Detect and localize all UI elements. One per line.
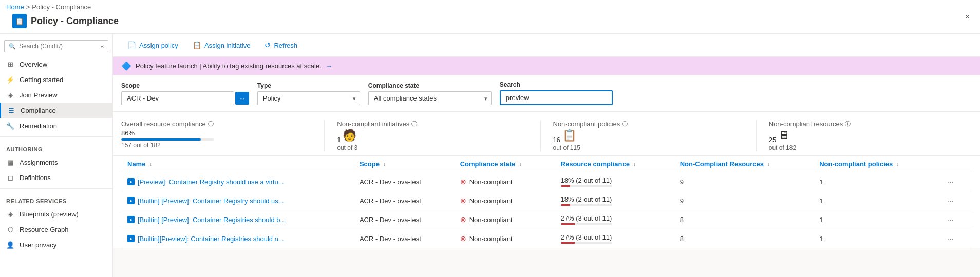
row-ellipsis-button-0[interactable]: ··· (945, 176, 957, 187)
table-row: ● [Builtin][Preview]: Container Registri… (121, 229, 972, 248)
status-error-icon-2: ⊗ (460, 215, 466, 224)
search-filter-input[interactable] (500, 90, 613, 105)
row-link-0[interactable]: ● [Preview]: Container Registry should u… (127, 178, 347, 186)
search-filter-label: Search (500, 81, 613, 88)
cell-ncr-3: 8 (674, 229, 813, 248)
filters-row: Scope ··· Type Policy Initiative (113, 75, 980, 112)
compliance-fill-3 (561, 242, 575, 244)
col-non-compliant-resources[interactable]: Non-Compliant Resources ↕ (674, 156, 813, 172)
compliance-filter: Compliance state All compliance states C… (368, 82, 492, 105)
overview-icon: ⊞ (6, 60, 14, 68)
assign-initiative-button[interactable]: 📋 Assign initiative (186, 38, 257, 52)
initiatives-label: Non-compliant initiatives ⓘ (337, 120, 527, 128)
nav-join-preview[interactable]: ◈ Join Preview (0, 87, 112, 103)
cell-ncr-0: 9 (674, 172, 813, 191)
policies-info-icon[interactable]: ⓘ (622, 120, 628, 128)
cell-scope-1: ACR - Dev - ova-test (353, 191, 454, 210)
remediation-icon: 🔧 (6, 122, 14, 130)
search-icon: 🔍 (9, 43, 16, 50)
promo-banner: 🔷 Policy feature launch | Ability to tag… (113, 57, 980, 75)
refresh-button[interactable]: ↺ Refresh (258, 38, 304, 52)
initiatives-sub: out of 3 (337, 144, 527, 151)
overall-progress-bar (121, 138, 214, 141)
col-non-compliant-policies[interactable]: Non-compliant policies ↕ (813, 156, 938, 172)
nav-resource-graph-label: Resource Graph (20, 226, 68, 233)
col-resource-compliance[interactable]: Resource compliance ↕ (555, 156, 674, 172)
nav-assignments-label: Assignments (20, 159, 58, 166)
cell-ncp-3: 1 (813, 229, 938, 248)
row-ellipsis-button-3[interactable]: ··· (945, 233, 957, 244)
compliance-bar-0 (561, 185, 612, 187)
cell-name-1: ● [Builtin] [Preview]: Container Registr… (121, 191, 353, 210)
resources-icon: 🖥 (778, 130, 789, 141)
cell-name-0: ● [Preview]: Container Registry should u… (121, 172, 353, 191)
breadcrumb-home[interactable]: Home (6, 3, 24, 11)
page-icon: 📋 (12, 14, 27, 28)
user-privacy-icon: 👤 (6, 241, 14, 249)
status-error-icon-0: ⊗ (460, 177, 466, 186)
cell-ellipsis-1: ··· (938, 191, 972, 210)
type-select[interactable]: Policy Initiative (257, 91, 360, 105)
nav-getting-started[interactable]: ⚡ Getting started (0, 72, 112, 87)
row-link-1[interactable]: ● [Builtin] [Preview]: Container Registr… (127, 197, 347, 205)
row-ellipsis-button-2[interactable]: ··· (945, 214, 957, 225)
overall-value: 86% (121, 130, 312, 136)
nav-definitions[interactable]: ◻ Definitions (0, 170, 112, 185)
nav-remediation[interactable]: 🔧 Remediation (0, 118, 112, 133)
table-header: Name ↕ Scope ↕ Compliance state ↕ (121, 156, 972, 172)
overall-info-icon[interactable]: ⓘ (208, 120, 214, 128)
col-scope[interactable]: Scope ↕ (353, 156, 454, 172)
page-title: Policy - Compliance (31, 16, 119, 27)
compliance-select[interactable]: All compliance states Compliant Non-comp… (368, 91, 492, 105)
policy-icon: 📋 (15, 17, 24, 25)
cell-ellipsis-2: ··· (938, 210, 972, 229)
cell-ncr-1: 9 (674, 191, 813, 210)
nav-overview[interactable]: ⊞ Overview (0, 56, 112, 72)
initiatives-icon: 🧑 (343, 130, 356, 141)
assign-policy-button[interactable]: 📄 Assign policy (121, 38, 184, 52)
nav-resource-graph[interactable]: ⬡ Resource Graph (0, 222, 112, 237)
sidebar: 🔍 « ⊞ Overview ⚡ Getting started ◈ Join … (0, 34, 113, 277)
scope-input[interactable] (121, 91, 234, 105)
resources-label: Non-compliant resources ⓘ (769, 120, 959, 128)
col-compliance-state[interactable]: Compliance state ↕ (454, 156, 555, 172)
nav-user-privacy[interactable]: 👤 User privacy (0, 237, 112, 252)
scope-input-wrap: ··· (121, 91, 249, 105)
getting-started-icon: ⚡ (6, 75, 14, 84)
policies-sub: out of 115 (553, 144, 744, 151)
nav-assignments[interactable]: ▦ Assignments (0, 154, 112, 170)
scope-dots-button[interactable]: ··· (235, 92, 249, 105)
row-icon-3: ● (127, 235, 135, 242)
nav-blueprints[interactable]: ◈ Blueprints (preview) (0, 206, 112, 222)
nav-compliance-label: Compliance (21, 107, 56, 114)
row-ellipsis-button-1[interactable]: ··· (945, 195, 957, 206)
refresh-icon: ↺ (265, 41, 271, 49)
assign-initiative-icon: 📋 (193, 41, 201, 49)
row-link-3[interactable]: ● [Builtin][Preview]: Container Registri… (127, 235, 347, 243)
metric-overall: Overall resource compliance ⓘ 86% 157 ou… (121, 120, 324, 151)
policies-icon: 📋 (562, 130, 576, 141)
nav-remediation-label: Remediation (20, 122, 57, 130)
search-input[interactable] (19, 43, 98, 50)
definitions-icon: ◻ (6, 173, 14, 182)
breadcrumb: Home > Policy - Compliance (6, 3, 125, 11)
type-label: Type (257, 82, 360, 89)
col-name[interactable]: Name ↕ (121, 156, 353, 172)
collapse-icon[interactable]: « (101, 43, 104, 49)
row-icon-1: ● (127, 197, 135, 204)
content-area: 📄 Assign policy 📋 Assign initiative ↺ Re… (113, 34, 980, 277)
promo-link[interactable]: → (326, 62, 332, 70)
nav-overview-label: Overview (20, 61, 47, 68)
policies-label: Non-compliant policies ⓘ (553, 120, 744, 128)
overall-sub: 157 out of 182 (121, 142, 312, 149)
metric-initiatives: Non-compliant initiatives ⓘ 1 🧑 out of 3 (324, 120, 540, 151)
row-link-2[interactable]: ● [Builtin] [Preview]: Container Registr… (127, 216, 347, 224)
cell-name-3: ● [Builtin][Preview]: Container Registri… (121, 229, 353, 248)
close-button[interactable]: × (961, 10, 974, 24)
initiatives-info-icon[interactable]: ⓘ (411, 120, 417, 128)
resources-info-icon[interactable]: ⓘ (845, 120, 851, 128)
compliance-state-label: Compliance state (368, 82, 492, 89)
nav-compliance[interactable]: ☰ Compliance (0, 103, 112, 118)
divider-2 (0, 188, 112, 189)
cell-resource-compliance-3: 27% (3 out of 11) (555, 229, 674, 248)
